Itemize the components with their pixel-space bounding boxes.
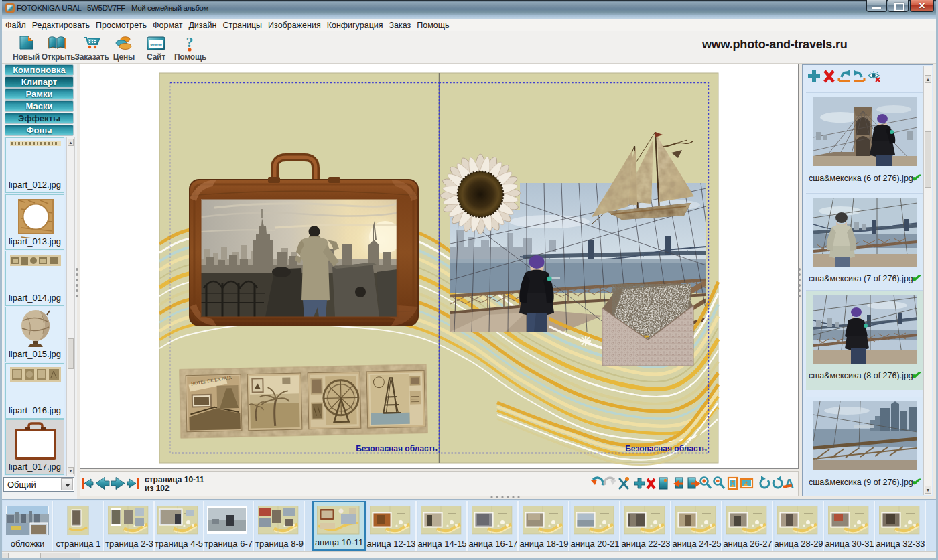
svg-text:Безопасная область: Безопасная область xyxy=(356,444,438,453)
svg-text:www: www xyxy=(149,42,162,48)
svg-text:?: ? xyxy=(186,33,194,50)
svg-text:A: A xyxy=(785,476,794,491)
svg-text:Безопасная область: Безопасная область xyxy=(625,444,707,453)
